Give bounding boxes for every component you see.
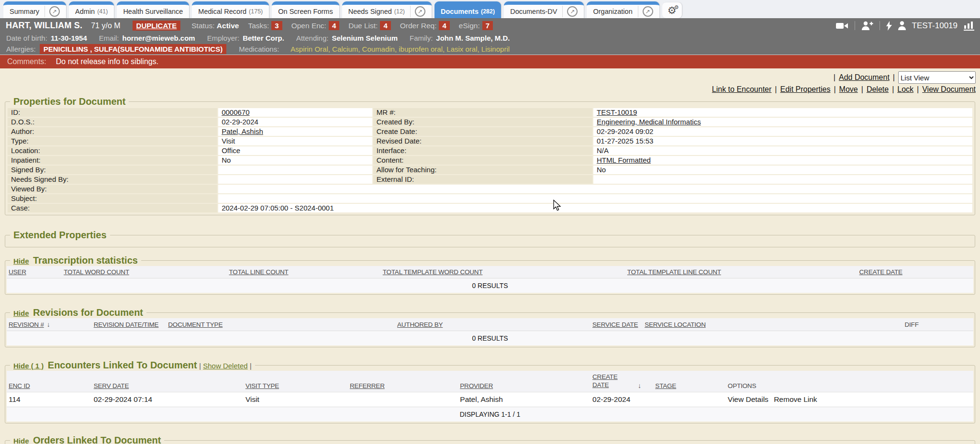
medications-links[interactable]: Aspirin Oral, Calcium, Coumadin, ibuprof… [290, 45, 510, 53]
results-count: 0 RESULTS [7, 331, 973, 346]
open-new-window-icon[interactable] [415, 6, 425, 17]
column-header[interactable]: REVISION DATE/TIME [94, 321, 159, 328]
show-deleted-link[interactable]: Show Deleted [203, 362, 247, 370]
link-to-encounter-link[interactable]: Link to Encounter [712, 85, 772, 94]
section-title: Encounters Linked To Document [48, 360, 197, 370]
column-header[interactable]: REVISION # [9, 321, 44, 328]
tab-needs-signed[interactable]: Needs Signed (12) [342, 1, 432, 18]
tab-divider [410, 6, 411, 17]
order-req-count-badge[interactable]: 4 [439, 21, 449, 30]
column-header[interactable]: SERVICE DATE [592, 321, 638, 328]
patient-person-icon[interactable] [898, 21, 906, 30]
prop-value-link[interactable]: TEST-10019 [593, 108, 972, 117]
view-document-link[interactable]: View Document [922, 85, 976, 94]
column-header[interactable]: STAGE [655, 382, 676, 389]
pagination-row: DISPLAYING 1-1 / 1 [7, 407, 973, 422]
move-link[interactable]: Move [839, 85, 858, 94]
encounters-table: ENC ID SERV DATE VISIT TYPE REFERRER PRO… [7, 371, 973, 422]
tab-medical-record[interactable]: Medical Record (175) [192, 1, 269, 18]
extended-properties-empty [7, 241, 973, 245]
open-new-window-icon[interactable] [567, 6, 578, 17]
encounter-row[interactable]: 114 02-29-2024 07:14 Visit Patel, Ashish… [7, 392, 973, 407]
tab-on-screen-forms[interactable]: On Screen Forms [272, 1, 339, 18]
column-header[interactable]: DATE [592, 381, 634, 389]
encounters-linked-section: Hide ( 1 ) Encounters Linked To Document… [5, 360, 975, 423]
prop-value-link[interactable]: 0000670 [218, 108, 372, 117]
column-header[interactable]: AUTHORED BY [397, 321, 443, 328]
prop-value [218, 175, 372, 184]
prop-value: No [593, 166, 972, 174]
quick-action-lightning-icon[interactable] [886, 21, 892, 31]
column-header[interactable]: ENC ID [9, 382, 30, 389]
column-header[interactable]: CREATE [592, 373, 634, 381]
open-new-window-icon[interactable] [643, 6, 653, 17]
table-row: Location: Office Interface: N/A [8, 146, 972, 155]
column-header[interactable]: DOCUMENT TYPE [168, 321, 223, 328]
column-header[interactable]: VISIT TYPE [245, 382, 279, 389]
view-details-link[interactable]: View Details [728, 395, 768, 403]
column-header[interactable]: TOTAL TEMPLATE LINE COUNT [627, 268, 721, 276]
tab-label: On Screen Forms [278, 8, 333, 15]
prop-value-link[interactable]: Engineering, Medical Informatics [593, 118, 972, 126]
hide-toggle-link[interactable]: Hide [13, 437, 29, 444]
column-header[interactable]: USER [9, 268, 26, 276]
tab-organization[interactable]: Organization [587, 1, 659, 18]
table-row: Author: Patel, Ashish Create Date: 02-29… [8, 127, 972, 136]
allergies-row: Allergies: PENICILLINS , SULFA(SULFONAMI… [0, 43, 980, 55]
column-header[interactable]: CREATE DATE [859, 268, 902, 276]
tab-health-surveillance[interactable]: Health Surveillance [117, 1, 189, 18]
empty-results-row: 0 RESULTS [7, 278, 973, 293]
results-count: 0 RESULTS [7, 278, 973, 293]
tab-documents-active[interactable]: Documents (282) [434, 1, 501, 18]
esign-count-badge[interactable]: 7 [482, 21, 493, 30]
column-header[interactable]: SERVICE LOCATION [645, 321, 706, 328]
lock-link[interactable]: Lock [897, 85, 913, 94]
due-list-count-badge[interactable]: 4 [380, 21, 390, 30]
table-row: Case: 2024-02-29 07:05:00 - S2024-0001 [8, 204, 972, 212]
tasks-label: Tasks: [248, 22, 269, 30]
delete-link[interactable]: Delete [867, 85, 889, 94]
patient-header-actions: TEST-10019 [836, 21, 974, 31]
column-header[interactable]: REFERRER [350, 382, 385, 389]
open-new-window-icon[interactable] [49, 6, 60, 17]
column-header[interactable]: TOTAL LINE COUNT [229, 268, 289, 276]
remove-link-link[interactable]: Remove Link [774, 395, 817, 403]
chart-id: TEST-10019 [912, 21, 958, 31]
prop-value: 02-29-2024 [218, 118, 372, 126]
tab-documents-dv[interactable]: Documents-DV [504, 1, 584, 18]
column-header[interactable]: TOTAL TEMPLATE WORD COUNT [383, 268, 483, 276]
sort-descending-icon[interactable] [47, 321, 50, 328]
sort-descending-icon[interactable] [638, 382, 641, 389]
view-mode-select[interactable]: List View [898, 71, 976, 84]
add-user-icon[interactable] [861, 21, 873, 30]
create-date-cell: 02-29-2024 [590, 392, 653, 407]
prop-value: Visit [218, 137, 372, 145]
gear-small-icon [674, 4, 679, 11]
edit-properties-link[interactable]: Edit Properties [780, 85, 831, 94]
column-header[interactable]: PROVIDER [460, 382, 493, 389]
provider-cell: Patel, Ashish [458, 392, 590, 407]
email-value[interactable]: horner@mieweb.com [122, 34, 195, 42]
column-header[interactable]: SERV DATE [94, 382, 129, 389]
prop-value-link[interactable]: Patel, Ashish [218, 127, 372, 136]
tab-summary[interactable]: Summary [3, 1, 66, 18]
allergy-alert-badge[interactable]: PENICILLINS , SULFA(SULFONAMIDE ANTIBIOT… [40, 44, 226, 54]
prop-value-link[interactable]: HTML Formatted [593, 156, 972, 165]
tasks-count-badge[interactable]: 3 [271, 21, 282, 30]
column-header[interactable]: TOTAL WORD COUNT [64, 268, 129, 276]
add-document-link[interactable]: Add Document [839, 73, 890, 82]
duplicate-badge[interactable]: DUPLICATE [133, 21, 181, 31]
tab-label: Summary [10, 8, 39, 15]
flowsheet-chart-icon[interactable] [964, 21, 974, 31]
video-call-icon[interactable] [836, 22, 848, 30]
prop-value [218, 166, 372, 174]
table-row: Needs Signed By: External ID: [8, 175, 972, 184]
prop-label: Case: [8, 204, 217, 212]
hide-toggle-link[interactable]: Hide [13, 257, 29, 265]
tab-admin[interactable]: Admin (41) [69, 1, 114, 18]
settings-gear-button[interactable] [662, 2, 682, 18]
hide-toggle-link[interactable]: Hide ( 1 ) [13, 362, 44, 370]
prop-label: Content: [373, 156, 592, 165]
open-enc-count-badge[interactable]: 4 [329, 21, 339, 30]
hide-toggle-link[interactable]: Hide [13, 309, 29, 317]
